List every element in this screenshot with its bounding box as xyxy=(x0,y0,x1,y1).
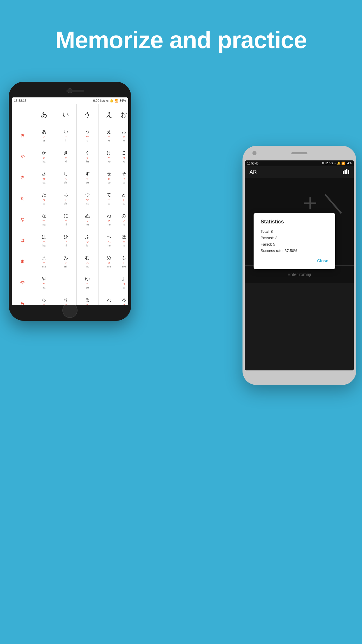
hiragana-cell-7-2[interactable]: ゆユyu xyxy=(77,272,98,293)
hiragana-cell-8-0[interactable]: らラra xyxy=(33,293,55,305)
hiragana-cell-4-2[interactable]: ぬヌnu xyxy=(77,209,98,230)
right-status-time: 15:58:48 xyxy=(247,162,259,165)
hiragana-cell-8-1[interactable]: りリri xyxy=(55,293,76,305)
char-kata: ヤ xyxy=(34,282,54,286)
char-main: む xyxy=(77,255,97,261)
hiragana-cell-4-1[interactable]: にニni xyxy=(55,209,76,230)
statistics-total: Total: 8 xyxy=(261,228,328,235)
char-main: と xyxy=(121,192,127,198)
hiragana-cell-7-0[interactable]: やヤya xyxy=(33,272,55,293)
char-kata: ク xyxy=(77,156,97,160)
hiragana-cell-7-4[interactable]: よヨyo xyxy=(120,272,128,293)
header-u: う xyxy=(77,104,98,125)
hiragana-cell-6-3[interactable]: めメme xyxy=(98,251,120,272)
hiragana-cell-6-4[interactable]: もモmo xyxy=(120,251,128,272)
char-main: ほ xyxy=(121,234,127,240)
hiragana-cell-8-4[interactable]: ろロro xyxy=(120,293,128,305)
left-phone-speaker xyxy=(66,90,84,92)
char-kata: テ xyxy=(99,198,119,202)
hiragana-cell-2-0[interactable]: さサsa xyxy=(33,167,55,188)
page-title: Memorize and practice xyxy=(0,0,362,54)
hiragana-cell-8-3[interactable]: れレre xyxy=(98,293,120,305)
char-main: こ xyxy=(121,150,127,156)
hiragana-cell-0-2[interactable]: うウu xyxy=(77,125,98,146)
hiragana-cell-6-0[interactable]: まマma xyxy=(33,251,55,272)
hiragana-cell-5-2[interactable]: ふフfu xyxy=(77,230,98,251)
statistics-close-button[interactable]: Close xyxy=(317,258,328,263)
right-status-bar: 15:58:48 0.02 K/s ⟚ 🔔 📶 34% xyxy=(245,160,354,166)
char-romaji: ho xyxy=(121,244,127,247)
hiragana-cell-1-3[interactable]: けケke xyxy=(98,146,120,167)
hiragana-cell-5-0[interactable]: はハha xyxy=(33,230,55,251)
char-romaji: yo xyxy=(121,286,127,289)
hiragana-cell-3-0[interactable]: たタta xyxy=(33,188,55,209)
hiragana-cell-1-0[interactable]: かカka xyxy=(33,146,55,167)
char-kata: オ xyxy=(121,135,127,139)
char-kata: マ xyxy=(34,261,54,265)
hiragana-cell-0-0[interactable]: あアa xyxy=(33,125,55,146)
char-kata: エ xyxy=(99,135,119,139)
char-main: ね xyxy=(99,213,119,219)
char-main: ゆ xyxy=(77,276,97,282)
hiragana-cell-1-4[interactable]: こコko xyxy=(120,146,128,167)
char-main: め xyxy=(99,255,119,261)
char-romaji: ka xyxy=(34,160,54,163)
hiragana-cell-0-3[interactable]: えエe xyxy=(98,125,120,146)
ar-toggle-icon[interactable]: AR xyxy=(249,169,257,175)
hiragana-cell-3-2[interactable]: つツtsu xyxy=(77,188,98,209)
char-romaji: e xyxy=(99,139,119,142)
hiragana-cell-0-4[interactable]: おオo xyxy=(120,125,128,146)
hiragana-cell-4-0[interactable]: なナna xyxy=(33,209,55,230)
hiragana-cell-7-3[interactable] xyxy=(98,272,120,293)
char-main: は xyxy=(34,234,54,240)
char-main: あ xyxy=(34,129,54,135)
char-main: く xyxy=(77,150,97,156)
char-romaji: fu xyxy=(77,244,97,247)
hiragana-cell-2-4[interactable]: そソso xyxy=(120,167,128,188)
hiragana-cell-2-1[interactable]: しシshi xyxy=(55,167,76,188)
char-kata: ロ xyxy=(121,303,127,305)
hiragana-cell-5-3[interactable]: へヘhe xyxy=(98,230,120,251)
char-kata: タ xyxy=(34,198,54,202)
hiragana-table: あ い う え お おあアaいイiうウuえエeおオoかかカkaきキkiくクkuけ… xyxy=(12,104,128,305)
char-main: ち xyxy=(56,192,76,198)
char-romaji: te xyxy=(99,202,119,205)
hiragana-cell-2-2[interactable]: すスsu xyxy=(77,167,98,188)
row-label-1: か xyxy=(12,146,33,167)
hiragana-cell-5-4[interactable]: ほホho xyxy=(120,230,128,251)
char-romaji: ha xyxy=(34,244,54,247)
char-kata: ト xyxy=(121,198,127,202)
chart-icon[interactable] xyxy=(343,169,349,176)
char-kata: ラ xyxy=(34,303,54,305)
hiragana-cell-2-3[interactable]: せセse xyxy=(98,167,120,188)
char-kata: レ xyxy=(99,303,119,305)
left-phone-screen: 15:58:16 0.00 K/s ⟚ 🔔 📶 34% あ い う え お おあ… xyxy=(12,97,128,305)
statistics-title: Statistics xyxy=(261,219,328,225)
right-phone-speaker xyxy=(291,152,307,154)
hiragana-cell-6-1[interactable]: みミmi xyxy=(55,251,76,272)
hiragana-cell-4-4[interactable]: のノno xyxy=(120,209,128,230)
statistics-success-rate: Success rate: 37.50% xyxy=(261,248,328,254)
hiragana-cell-1-1[interactable]: きキki xyxy=(55,146,76,167)
hiragana-cell-4-3[interactable]: ねネne xyxy=(98,209,120,230)
hiragana-cell-5-1[interactable]: ひヒhi xyxy=(55,230,76,251)
row-label-2: さ xyxy=(12,167,33,188)
char-romaji: sa xyxy=(34,181,54,184)
char-main: ら xyxy=(34,297,54,303)
row-label-4: な xyxy=(12,209,33,230)
hiragana-cell-3-4[interactable]: とトto xyxy=(120,188,128,209)
hiragana-cell-8-2[interactable]: るルru xyxy=(77,293,98,305)
char-kata: ヌ xyxy=(77,219,97,223)
hiragana-cell-1-2[interactable]: くクku xyxy=(77,146,98,167)
hiragana-cell-6-2[interactable]: むムmu xyxy=(77,251,98,272)
char-romaji: ki xyxy=(56,160,76,163)
hiragana-cell-3-1[interactable]: ちチchi xyxy=(55,188,76,209)
char-kata: ホ xyxy=(121,240,127,244)
char-romaji: shi xyxy=(56,181,76,184)
row-label-7: や xyxy=(12,272,33,293)
hiragana-cell-7-1[interactable] xyxy=(55,272,76,293)
hiragana-cell-0-1[interactable]: いイi xyxy=(55,125,76,146)
char-main: た xyxy=(34,192,54,198)
hiragana-cell-3-3[interactable]: てテte xyxy=(98,188,120,209)
char-kata: ヘ xyxy=(99,240,119,244)
